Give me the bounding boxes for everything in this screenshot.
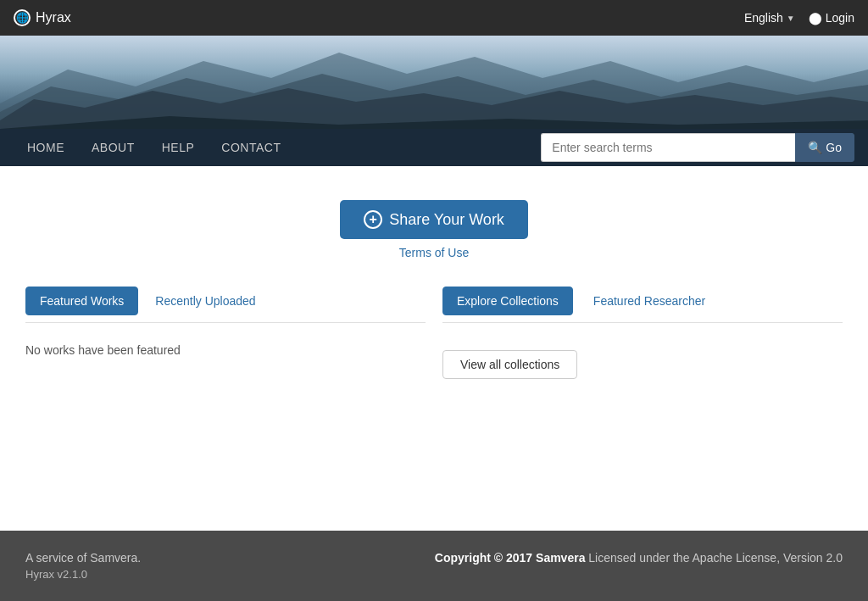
- right-tabs-row: Explore Collections Featured Researcher: [442, 280, 843, 323]
- login-icon: ⬤: [809, 11, 822, 25]
- right-column: Explore Collections Featured Researcher …: [442, 280, 843, 387]
- plus-circle-icon: +: [364, 210, 382, 229]
- recently-uploaded-tab[interactable]: Recently Uploaded: [142, 287, 269, 314]
- search-icon: 🔍: [808, 141, 822, 154]
- footer-period: .: [137, 551, 141, 565]
- main-content: + Share Your Work Terms of Use Featured …: [0, 166, 868, 531]
- right-tabs: Explore Collections Featured Researcher: [442, 287, 719, 315]
- license-text: Licensed under the Apache License, Versi…: [585, 551, 843, 565]
- footer-left: A service of Samvera. Hyrax v2.1.0: [25, 551, 141, 581]
- nav-contact[interactable]: CONTACT: [208, 129, 294, 166]
- share-work-label: Share Your Work: [389, 211, 504, 229]
- login-label: Login: [826, 11, 854, 25]
- search-area: 🔍 Go: [541, 133, 854, 162]
- globe-icon: 🌐: [14, 9, 31, 26]
- left-tabs: Featured Works Recently Uploaded: [25, 287, 270, 315]
- login-button[interactable]: ⬤ Login: [809, 11, 854, 25]
- language-selector[interactable]: English ▼: [744, 11, 795, 25]
- copyright-text: Copyright © 2017 Samvera: [435, 551, 586, 565]
- footer-version: Hyrax v2.1.0: [25, 568, 141, 581]
- featured-works-panel: No works have been featured: [25, 337, 426, 387]
- nav-about[interactable]: ABOUT: [78, 129, 148, 166]
- logo: 🌐 Hyrax: [14, 9, 71, 26]
- footer-copyright: Copyright © 2017 Samvera Licensed under …: [435, 551, 843, 565]
- language-label: English: [744, 11, 783, 25]
- left-column: Featured Works Recently Uploaded No work…: [25, 280, 426, 387]
- search-btn-label: Go: [826, 141, 842, 154]
- share-work-button[interactable]: + Share Your Work: [340, 200, 528, 239]
- footer: A service of Samvera. Hyrax v2.1.0 Copyr…: [0, 531, 868, 601]
- collections-panel: View all collections: [442, 337, 843, 386]
- terms-of-use-link[interactable]: Terms of Use: [399, 246, 469, 259]
- view-all-collections-button[interactable]: View all collections: [442, 350, 577, 379]
- hero-mountains-svg: [0, 36, 868, 129]
- samvera-link[interactable]: Samvera: [90, 551, 137, 565]
- no-works-message: No works have been featured: [25, 343, 181, 357]
- search-button[interactable]: 🔍 Go: [795, 133, 854, 162]
- top-bar: 🌐 Hyrax English ▼ ⬤ Login: [0, 0, 868, 36]
- nav-menu-items: HOME ABOUT HELP CONTACT: [14, 129, 541, 166]
- explore-collections-tab[interactable]: Explore Collections: [442, 287, 573, 315]
- featured-works-tab[interactable]: Featured Works: [25, 287, 138, 315]
- app-title: Hyrax: [36, 10, 71, 25]
- nav-menu: HOME ABOUT HELP CONTACT 🔍 Go: [0, 129, 868, 166]
- dropdown-icon: ▼: [787, 14, 795, 23]
- nav-help[interactable]: HELP: [148, 129, 209, 166]
- top-bar-right: English ▼ ⬤ Login: [744, 11, 854, 25]
- nav-home[interactable]: HOME: [14, 129, 78, 166]
- share-work-section: + Share Your Work Terms of Use: [25, 183, 843, 280]
- footer-service-text: A service of: [25, 551, 90, 565]
- featured-researcher-tab[interactable]: Featured Researcher: [580, 287, 719, 314]
- search-input[interactable]: [541, 133, 795, 162]
- footer-service: A service of Samvera.: [25, 551, 141, 565]
- content-columns: Featured Works Recently Uploaded No work…: [25, 280, 843, 387]
- hero-banner: [0, 36, 868, 129]
- left-tabs-row: Featured Works Recently Uploaded: [25, 280, 426, 323]
